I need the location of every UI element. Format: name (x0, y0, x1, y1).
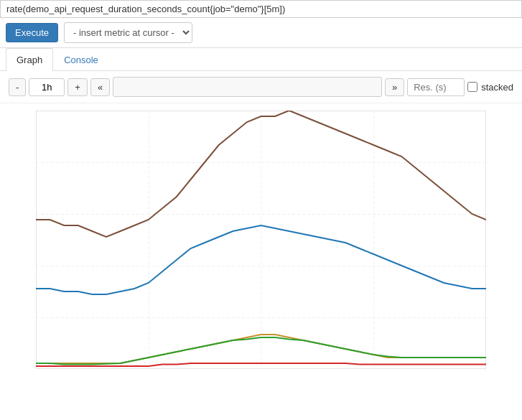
forward-button[interactable]: » (385, 78, 404, 96)
time-range-display: 1h (29, 78, 65, 96)
query-text: rate(demo_api_request_duration_seconds_c… (6, 4, 285, 14)
graph-controls: - 1h + « » stacked (0, 71, 522, 103)
stacked-checkbox[interactable] (467, 82, 477, 92)
query-bar[interactable]: rate(demo_api_request_duration_seconds_c… (0, 0, 522, 18)
range-bar (113, 77, 382, 97)
zoom-out-button[interactable]: - (9, 78, 26, 96)
back-button[interactable]: « (90, 78, 110, 96)
tab-graph[interactable]: Graph (6, 48, 53, 71)
resolution-input[interactable] (407, 78, 465, 96)
metric-select[interactable]: - insert metric at cursor - (64, 22, 192, 43)
svg-rect-4 (36, 111, 486, 369)
tab-console[interactable]: Console (53, 48, 109, 71)
chart-area: 10 20 30 40 17:00 17:15 17:30 17:45 (0, 103, 522, 391)
execute-button[interactable]: Execute (6, 23, 58, 42)
chart-svg: 10 20 30 40 17:00 17:15 17:30 17:45 (36, 111, 486, 369)
stacked-text: stacked (481, 82, 513, 93)
tabs: Graph Console (0, 48, 522, 71)
stacked-label: stacked (467, 82, 513, 93)
toolbar: Execute - insert metric at cursor - (0, 18, 522, 48)
zoom-in-button[interactable]: + (67, 78, 88, 96)
